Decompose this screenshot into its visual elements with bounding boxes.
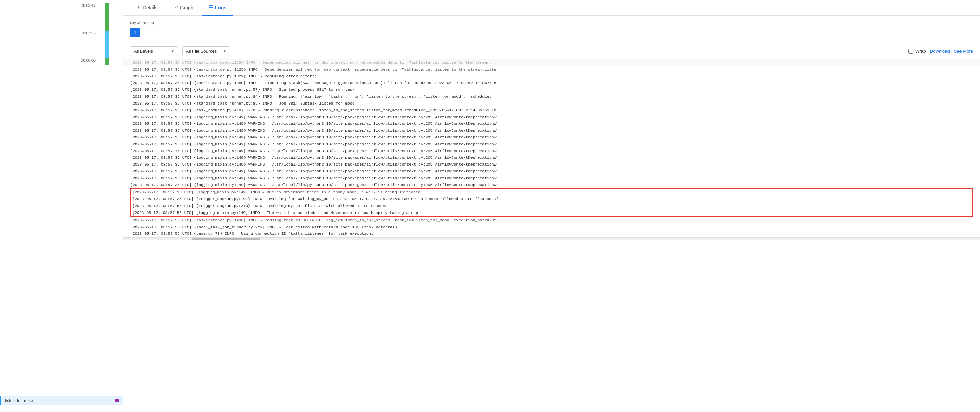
log-lines-container: [2023-05-17, 08:57:35 UTC] {taskinstance… [123,66,980,188]
wrap-checkbox[interactable] [908,49,913,54]
log-line: [2023-05-17, 08:57:35 UTC] {taskinstance… [123,73,980,80]
tab-graph[interactable]: ⎇ Graph [166,0,200,16]
task-status-square [115,399,119,402]
log-line: [2023-05-17, 08:57:35 UTC] {logging_mixi… [123,175,980,182]
details-icon: ⚠ [136,5,141,10]
tab-details-label: Details [143,5,158,10]
task-item[interactable]: listen_for_mood [0,396,123,405]
log-line: [2023-05-17, 08:57:35 UTC] {taskinstance… [123,80,980,86]
tab-details[interactable]: ⚠ Details [130,0,164,16]
timeline-bar-green-bottom [105,58,109,65]
log-line: [2023-05-17, 08:57:35 UTC] {logging_mixi… [123,168,980,175]
log-line-after: [2023-05-17, 08:57:56 UTC] {local_task_j… [123,224,980,231]
timeline-bar-blue [105,31,109,58]
logs-icon: ☰ [208,5,213,10]
logs-area: (by attempts) 1 All Levels ▼ All File So… [123,16,980,412]
see-more-button[interactable]: See More [954,49,973,54]
tab-logs-label: Logs [215,5,226,10]
log-highlighted-lines: [2023-05-17, 08:57:35 UTC] {logging_mixi… [131,189,972,216]
log-line: [2023-05-17, 08:57:35 UTC] {standard_tas… [123,86,980,93]
timeline: 00:03:47 00:01:53 00:00:00 listen_for_mo… [0,0,123,412]
log-line-highlighted: [2023-05-17, 08:57:56 UTC] {logging_mixi… [131,209,972,216]
logs-header: (by attempts) 1 [123,16,980,43]
log-line-highlighted: [2023-05-17, 08:57:35 UTC] {trigger_dagr… [131,196,972,203]
wrap-label-text: Wrap [915,49,926,54]
task-label: listen_for_mood [5,398,115,403]
log-line: [2023-05-17, 08:57:35 UTC] {logging_mixi… [123,161,980,168]
logs-controls: All Levels ▼ All File Sources ▼ Wrap Dow… [123,43,980,59]
time-label-bottom: 00:00:00 [81,58,95,62]
tab-graph-label: Graph [180,5,194,10]
level-filter-label: All Levels [134,49,153,54]
tab-logs[interactable]: ☰ Logs [202,0,232,16]
log-line: [2023-05-17, 08:57:35 UTC] {logging_mixi… [123,134,980,141]
horizontal-scrollbar[interactable] [123,237,980,240]
graph-icon: ⎇ [173,5,178,10]
timeline-bar-green-top [105,3,109,31]
log-line: [2023-05-17, 08:57:35 UTC] {taskinstance… [123,66,980,73]
log-after-lines: [2023-05-17, 08:57:56 UTC] {taskinstance… [123,217,980,237]
download-button[interactable]: Download [930,49,950,54]
log-line-highlighted: [2023-05-17, 08:57:56 UTC] {trigger_dagr… [131,203,972,209]
log-line: [2023-05-17, 08:57:35 UTC] {logging_mixi… [123,182,980,188]
log-line: [2023-05-17, 08:57:35 UTC] {logging_mixi… [123,148,980,155]
source-filter-arrow: ▼ [223,50,226,53]
log-highlight-block: [2023-05-17, 08:57:35 UTC] {logging_mixi… [130,188,973,217]
scrollbar-thumb[interactable] [192,238,260,240]
wrap-control: Wrap [908,49,926,54]
level-filter-arrow: ▼ [171,50,174,53]
log-line: [2023-05-17, 08:57:35 UTC] {logging_mixi… [123,154,980,161]
log-line: [2023-05-17, 08:57:35 UTC] {task_command… [123,107,980,114]
by-attempts-label: (by attempts) [130,20,973,25]
log-line-partial: [2023-05-17, 08:57:35 UTC] {taskinstance… [123,59,980,66]
log-line-after: [2023-05-17, 08:57:56 UTC] {taskinstance… [123,217,980,224]
log-line: [2023-05-17, 08:57:35 UTC] {logging_mixi… [123,141,980,148]
main-panel: ⚠ Details ⎇ Graph ☰ Logs (by attempts) 1… [123,0,980,412]
tabs-bar: ⚠ Details ⎇ Graph ☰ Logs [123,0,980,16]
time-label-mid: 00:01:53 [81,31,95,35]
log-line-after: [2023-05-17, 08:57:56 UTC] {base.py:73} … [123,230,980,237]
level-filter-dropdown[interactable]: All Levels ▼ [130,46,178,56]
source-filter-dropdown[interactable]: All File Sources ▼ [182,46,230,56]
log-line: [2023-05-17, 08:57:35 UTC] {logging_mixi… [123,120,980,127]
log-line: [2023-05-17, 08:57:35 UTC] {logging_mixi… [123,114,980,121]
sidebar: 00:03:47 00:01:53 00:00:00 listen_for_mo… [0,0,123,412]
log-line-highlighted: [2023-05-17, 08:57:35 UTC] {logging_mixi… [131,189,972,196]
log-line: [2023-05-17, 08:57:35 UTC] {standard_tas… [123,93,980,100]
log-line: [2023-05-17, 08:57:35 UTC] {standard_tas… [123,100,980,107]
attempt-badge[interactable]: 1 [130,28,140,37]
log-line: [2023-05-17, 08:57:35 UTC] {logging_mixi… [123,127,980,134]
time-label-top: 00:03:47 [81,3,95,8]
source-filter-label: All File Sources [186,49,217,54]
log-content[interactable]: [2023-05-17, 08:57:35 UTC] {taskinstance… [123,59,980,412]
